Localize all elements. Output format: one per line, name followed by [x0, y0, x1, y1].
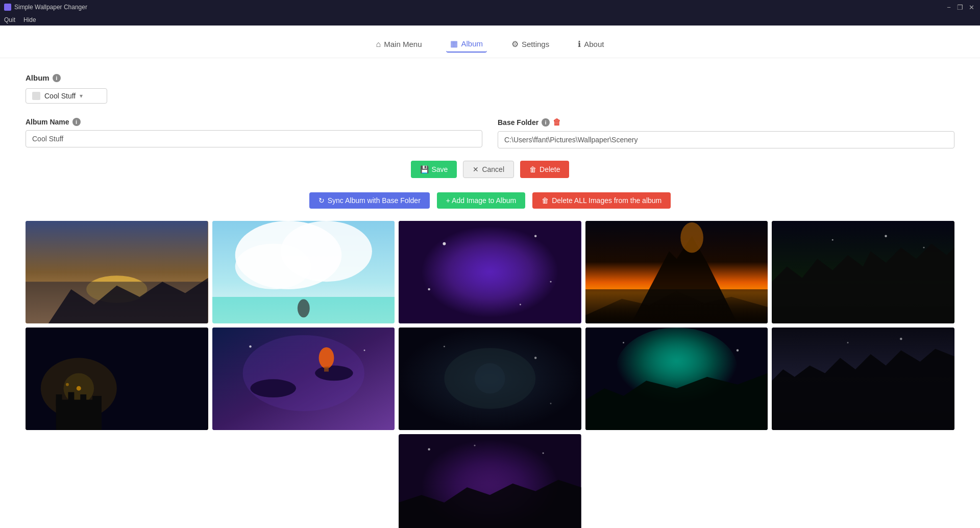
svg-point-11 — [422, 226, 558, 317]
image-item-5[interactable] — [772, 221, 954, 323]
delete-btn-icon: 🗑 — [529, 165, 536, 173]
svg-point-57 — [847, 342, 849, 343]
save-button[interactable]: 💾 Save — [411, 161, 457, 178]
album-dropdown-icon — [32, 92, 40, 100]
nav-album[interactable]: ▦ Album — [446, 36, 487, 53]
svg-point-62 — [428, 448, 430, 450]
image-item-3[interactable] — [399, 221, 581, 323]
save-icon: 💾 — [420, 165, 429, 173]
base-folder-info-icon[interactable]: i — [542, 118, 550, 127]
image-item-7[interactable] — [212, 328, 395, 430]
svg-point-53 — [623, 342, 624, 343]
nav-album-label: Album — [461, 39, 483, 48]
delete-all-icon: 🗑 — [542, 196, 549, 205]
delete-button[interactable]: 🗑 Delete — [520, 161, 569, 178]
svg-point-54 — [737, 349, 739, 351]
restore-button[interactable]: ❐ — [955, 3, 965, 12]
svg-rect-41 — [324, 367, 329, 372]
svg-point-42 — [249, 345, 251, 347]
image-item-11[interactable] — [399, 434, 581, 528]
svg-point-15 — [428, 288, 430, 290]
svg-point-13 — [534, 235, 536, 237]
svg-point-14 — [550, 281, 552, 283]
image-grid — [26, 221, 954, 528]
titlebar-controls: − ❐ ✕ — [944, 3, 976, 12]
svg-point-48 — [534, 357, 536, 359]
image-item-4[interactable] — [585, 221, 768, 323]
nav-settings[interactable]: ⚙ Settings — [507, 36, 553, 52]
album-icon: ▦ — [450, 39, 458, 48]
svg-point-25 — [923, 247, 925, 248]
svg-point-38 — [250, 379, 296, 397]
add-image-button[interactable]: + Add Image to Album — [437, 192, 525, 209]
svg-point-23 — [832, 239, 834, 241]
album-name-input[interactable] — [26, 130, 482, 147]
main-content: Album i Cool Stuff ▾ Album Name i Base F… — [0, 58, 980, 528]
svg-point-34 — [77, 386, 81, 391]
svg-point-49 — [550, 403, 552, 405]
image-item-2[interactable] — [212, 221, 395, 323]
menubar: Quit Hide — [0, 14, 980, 26]
sync-button[interactable]: ↻ Sync Album with Base Folder — [309, 192, 430, 209]
album-info-icon[interactable]: i — [53, 74, 61, 82]
app-title: Simple Wallpaper Changer — [14, 4, 87, 11]
titlebar: Simple Wallpaper Changer − ❐ ✕ — [0, 0, 980, 14]
info-nav-icon: ℹ — [578, 39, 581, 49]
album-label: Album — [26, 73, 50, 82]
base-folder-delete-icon[interactable]: 🗑 — [553, 118, 561, 127]
nav-about[interactable]: ℹ About — [574, 36, 608, 52]
svg-point-7 — [235, 244, 311, 289]
nav-main-menu-label: Main Menu — [384, 40, 422, 48]
app-icon — [4, 4, 11, 11]
album-name-info-icon[interactable]: i — [72, 118, 81, 126]
svg-point-35 — [66, 383, 69, 386]
svg-point-9 — [297, 299, 309, 317]
titlebar-left: Simple Wallpaper Changer — [4, 4, 87, 11]
menu-hide[interactable]: Hide — [23, 16, 36, 23]
nav-main-menu[interactable]: ⌂ Main Menu — [372, 37, 426, 52]
svg-point-24 — [885, 235, 887, 237]
album-dropdown-value: Cool Stuff — [44, 92, 76, 100]
base-folder-group: Base Folder i 🗑 — [498, 118, 954, 148]
svg-point-12 — [443, 242, 446, 245]
svg-rect-32 — [80, 394, 86, 406]
minimize-button[interactable]: − — [944, 3, 953, 12]
action-buttons-row: ↻ Sync Album with Base Folder + Add Imag… — [26, 192, 954, 209]
svg-point-43 — [363, 349, 365, 351]
nav-settings-label: Settings — [522, 40, 549, 48]
nav: ⌂ Main Menu ▦ Album ⚙ Settings ℹ About — [0, 26, 980, 58]
svg-rect-20 — [585, 289, 768, 323]
cancel-button[interactable]: ✕ Cancel — [463, 161, 514, 178]
menu-quit[interactable]: Quit — [4, 16, 15, 23]
image-item-10[interactable] — [772, 328, 954, 430]
album-section-label: Album i — [26, 73, 954, 82]
sync-icon: ↻ — [318, 196, 325, 205]
base-folder-input[interactable] — [498, 131, 954, 148]
image-item-8[interactable] — [399, 328, 581, 430]
svg-point-16 — [520, 304, 521, 305]
svg-rect-33 — [92, 396, 102, 406]
cancel-icon: ✕ — [473, 165, 479, 173]
svg-point-58 — [900, 338, 902, 340]
image-item-9[interactable] — [585, 328, 768, 430]
svg-rect-30 — [56, 394, 62, 406]
image-item-1[interactable] — [26, 221, 208, 323]
nav-about-label: About — [584, 40, 604, 48]
svg-point-40 — [318, 347, 334, 369]
delete-all-button[interactable]: 🗑 Delete ALL Images from the album — [532, 192, 671, 209]
album-dropdown[interactable]: Cool Stuff ▾ — [26, 88, 107, 104]
svg-point-64 — [474, 445, 476, 446]
svg-point-46 — [475, 363, 505, 394]
image-item-6[interactable] — [26, 328, 208, 430]
form-buttons-row: 💾 Save ✕ Cancel 🗑 Delete — [26, 161, 954, 178]
album-name-group: Album Name i — [26, 118, 482, 148]
svg-point-47 — [444, 346, 445, 347]
svg-point-63 — [543, 452, 544, 454]
svg-point-39 — [315, 366, 353, 381]
svg-point-19 — [680, 222, 703, 253]
home-icon: ⌂ — [376, 40, 381, 49]
close-button[interactable]: ✕ — [967, 3, 976, 12]
settings-icon: ⚙ — [511, 39, 519, 49]
album-name-label: Album Name i — [26, 118, 482, 126]
chevron-down-icon: ▾ — [80, 92, 83, 99]
